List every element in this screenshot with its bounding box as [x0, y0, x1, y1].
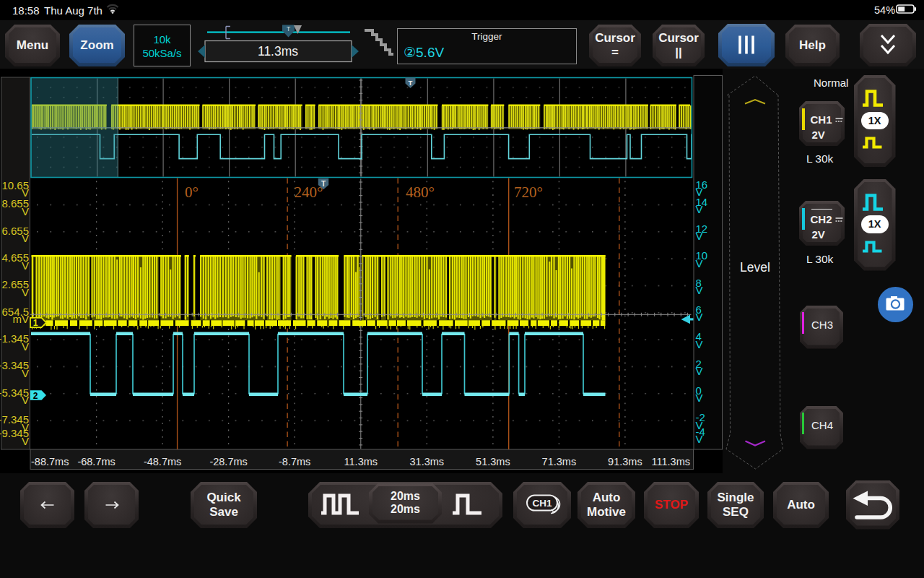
svg-text:1: 1	[33, 318, 38, 328]
svg-text:71.3ms: 71.3ms	[542, 456, 577, 467]
svg-text:111.3ms: 111.3ms	[652, 456, 690, 467]
svg-text:V: V	[22, 435, 29, 447]
svg-text:V: V	[696, 433, 703, 445]
svg-text:11.3ms: 11.3ms	[344, 456, 378, 467]
svg-text:V: V	[696, 365, 703, 377]
svg-text:-68.7ms: -68.7ms	[77, 456, 115, 467]
svg-text:11.3ms: 11.3ms	[258, 44, 298, 59]
svg-text:V: V	[22, 367, 29, 379]
svg-text:V: V	[696, 338, 703, 350]
svg-text:V: V	[696, 203, 703, 215]
svg-text:V: V	[22, 205, 29, 217]
svg-text:V: V	[22, 394, 29, 406]
svg-text:V: V	[22, 340, 29, 353]
svg-text:V: V	[22, 286, 29, 298]
svg-text:T: T	[287, 25, 290, 33]
svg-text:720°: 720°	[514, 184, 543, 201]
svg-text:T: T	[321, 180, 326, 188]
svg-text:91.3ms: 91.3ms	[608, 456, 642, 467]
svg-text:31.3ms: 31.3ms	[410, 456, 445, 467]
svg-text:V: V	[696, 230, 703, 242]
svg-text:-8.7ms: -8.7ms	[279, 456, 310, 467]
svg-text:-48.7ms: -48.7ms	[144, 456, 181, 467]
svg-text:51.3ms: 51.3ms	[476, 456, 510, 467]
svg-text:-88.7ms: -88.7ms	[31, 456, 69, 467]
svg-text:V: V	[696, 284, 703, 296]
svg-text:240°: 240°	[295, 184, 323, 201]
svg-text:V: V	[22, 259, 29, 272]
svg-text:V: V	[696, 257, 703, 269]
svg-text:-28.7ms: -28.7ms	[209, 456, 247, 467]
svg-text:V: V	[696, 311, 703, 323]
svg-text:T: T	[409, 79, 413, 87]
svg-text:Level: Level	[740, 260, 770, 275]
svg-text:V: V	[696, 392, 703, 404]
svg-text:2: 2	[33, 391, 38, 401]
svg-text:mV: mV	[13, 313, 30, 325]
svg-text:480°: 480°	[406, 184, 435, 201]
svg-text:CH1: CH1	[532, 497, 552, 508]
svg-text:V: V	[22, 232, 29, 244]
svg-text:0°: 0°	[185, 184, 199, 201]
